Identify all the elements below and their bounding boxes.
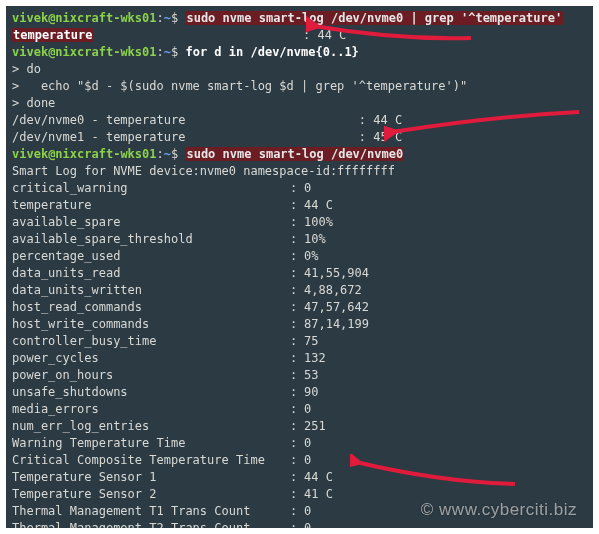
smart-value: 41,55,904 bbox=[304, 266, 369, 280]
smart-key: Thermal Management T2 Trans Count bbox=[12, 520, 290, 528]
smart-row: Critical Composite Temperature Time: 0 bbox=[12, 452, 587, 469]
terminal[interactable]: { "prompt": { "user": "vivek", "at": "@"… bbox=[6, 6, 593, 528]
smart-row: num_err_log_entries: 251 bbox=[12, 418, 587, 435]
watermark: © www.cyberciti.biz bbox=[421, 501, 577, 518]
loop-out-row: /dev/nvme1 - temperature : 45 C bbox=[12, 129, 587, 146]
smart-row: available_spare_threshold: 10% bbox=[12, 231, 587, 248]
smart-key: Critical Composite Temperature Time bbox=[12, 452, 290, 469]
smart-row: Thermal Management T2 Trans Count: 0 bbox=[12, 520, 587, 528]
smart-key: Temperature Sensor 2 bbox=[12, 486, 290, 503]
output-temp-grep: temperature : 44 C bbox=[12, 27, 587, 44]
smart-row: host_write_commands: 87,14,199 bbox=[12, 316, 587, 333]
cmd-1: sudo nvme smart-log /dev/nvme0 | grep '^… bbox=[185, 11, 563, 25]
prompt-line-1: vivek@nixcraft-wks01:~$ sudo nvme smart-… bbox=[12, 10, 587, 27]
smart-value: 87,14,199 bbox=[304, 317, 369, 331]
smart-value: 0 bbox=[304, 521, 311, 528]
temp-key: temperature bbox=[12, 28, 93, 42]
loop-out-row: /dev/nvme0 - temperature : 44 C bbox=[12, 112, 587, 129]
smart-row: power_cycles: 132 bbox=[12, 350, 587, 367]
loop-line: > do bbox=[12, 61, 587, 78]
smart-key: media_errors bbox=[12, 401, 290, 418]
prompt-line-2: vivek@nixcraft-wks01:~$ for d in /dev/nv… bbox=[12, 44, 587, 61]
smart-key: num_err_log_entries bbox=[12, 418, 290, 435]
smart-key: temperature bbox=[12, 197, 290, 214]
smart-key: host_read_commands bbox=[12, 299, 290, 316]
cmd-3: sudo nvme smart-log /dev/nvme0 bbox=[185, 147, 404, 161]
smart-value: 100% bbox=[304, 215, 333, 229]
smart-value: 0 bbox=[304, 402, 311, 416]
smart-row: media_errors: 0 bbox=[12, 401, 587, 418]
smart-key: power_on_hours bbox=[12, 367, 290, 384]
smart-key: percentage_used bbox=[12, 248, 290, 265]
smart-row: host_read_commands: 47,57,642 bbox=[12, 299, 587, 316]
smart-key: host_write_commands bbox=[12, 316, 290, 333]
smart-key: data_units_written bbox=[12, 282, 290, 299]
smart-value: 251 bbox=[304, 419, 326, 433]
smart-header: Smart Log for NVME device:nvme0 namespac… bbox=[12, 163, 587, 180]
smart-row: controller_busy_time: 75 bbox=[12, 333, 587, 350]
smart-key: unsafe_shutdowns bbox=[12, 384, 290, 401]
loop-line: > done bbox=[12, 95, 587, 112]
smart-key: available_spare bbox=[12, 214, 290, 231]
smart-row: data_units_written: 4,88,672 bbox=[12, 282, 587, 299]
loop-line: > echo "$d - $(sudo nvme smart-log $d | … bbox=[12, 78, 587, 95]
smart-key: Temperature Sensor 1 bbox=[12, 469, 290, 486]
smart-row: temperature: 44 C bbox=[12, 197, 587, 214]
smart-key: data_units_read bbox=[12, 265, 290, 282]
smart-key: power_cycles bbox=[12, 350, 290, 367]
smart-value: 75 bbox=[304, 334, 318, 348]
smart-row: available_spare: 100% bbox=[12, 214, 587, 231]
ps1-host: nixcraft-wks01 bbox=[55, 11, 156, 25]
smart-value: 44 C bbox=[304, 198, 333, 212]
smart-value: 47,57,642 bbox=[304, 300, 369, 314]
smart-value: 53 bbox=[304, 368, 318, 382]
smart-row: Warning Temperature Time: 0 bbox=[12, 435, 587, 452]
smart-key: Thermal Management T1 Trans Count bbox=[12, 503, 290, 520]
smart-key: Warning Temperature Time bbox=[12, 435, 290, 452]
smart-value: 0 bbox=[304, 436, 311, 450]
smart-key: controller_busy_time bbox=[12, 333, 290, 350]
smart-row: Temperature Sensor 1: 44 C bbox=[12, 469, 587, 486]
smart-row: data_units_read: 41,55,904 bbox=[12, 265, 587, 282]
smart-value: 0 bbox=[304, 453, 311, 467]
cmd-2: for d in /dev/nvme{0..1} bbox=[185, 45, 358, 59]
ps1-user: vivek bbox=[12, 11, 48, 25]
smart-key: available_spare_threshold bbox=[12, 231, 290, 248]
smart-value: 41 C bbox=[304, 487, 333, 501]
smart-value: 0 bbox=[304, 181, 311, 195]
smart-value: 10% bbox=[304, 232, 326, 246]
smart-row: critical_warning: 0 bbox=[12, 180, 587, 197]
smart-value: 132 bbox=[304, 351, 326, 365]
prompt-line-3: vivek@nixcraft-wks01:~$ sudo nvme smart-… bbox=[12, 146, 587, 163]
smart-value: 90 bbox=[304, 385, 318, 399]
smart-value: 0 bbox=[304, 504, 311, 518]
smart-row: unsafe_shutdowns: 90 bbox=[12, 384, 587, 401]
smart-value: 4,88,672 bbox=[304, 283, 362, 297]
smart-key: critical_warning bbox=[12, 180, 290, 197]
smart-row: power_on_hours: 53 bbox=[12, 367, 587, 384]
smart-value: 0% bbox=[304, 249, 318, 263]
smart-row: percentage_used: 0% bbox=[12, 248, 587, 265]
smart-log-table: critical_warning: 0temperature: 44 Cavai… bbox=[12, 180, 587, 528]
smart-value: 44 C bbox=[304, 470, 333, 484]
